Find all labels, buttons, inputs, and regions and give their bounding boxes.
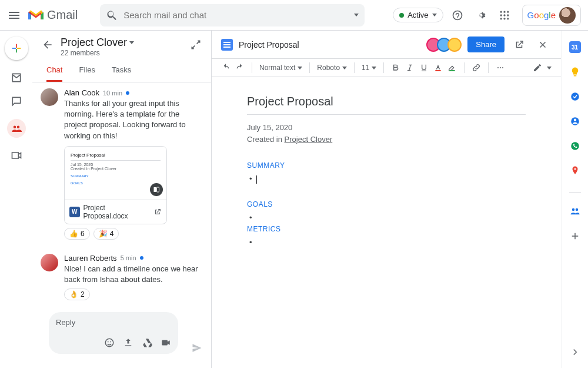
chevron-right-icon[interactable] xyxy=(570,347,580,357)
svg-point-16 xyxy=(108,342,109,343)
svg-point-27 xyxy=(571,142,579,150)
people-addon-icon[interactable] xyxy=(569,205,581,217)
share-button[interactable]: Share xyxy=(467,37,505,52)
chat-icon[interactable] xyxy=(11,95,22,107)
user-avatar[interactable] xyxy=(559,7,576,24)
divider xyxy=(247,114,526,115)
settings-icon[interactable] xyxy=(475,9,487,21)
message-time: 5 min xyxy=(121,254,136,261)
gmail-logo[interactable]: Gmail xyxy=(28,8,78,22)
message-author: Lauren Roberts xyxy=(64,254,117,263)
bold-icon[interactable] xyxy=(391,63,400,72)
back-arrow-icon[interactable] xyxy=(42,39,54,51)
spaces-icon[interactable] xyxy=(7,119,26,138)
svg-point-29 xyxy=(572,208,574,211)
doc-meta: July 15, 2020 Created in Project Clover xyxy=(247,122,526,145)
mail-icon[interactable] xyxy=(11,72,22,84)
open-external-icon[interactable] xyxy=(514,39,524,50)
open-side-icon[interactable] xyxy=(150,183,163,196)
apps-grid-icon[interactable] xyxy=(499,9,510,21)
chat-column: Project Clover 22 members Chat Files Tas… xyxy=(32,31,212,368)
doc-heading: Project Proposal xyxy=(247,95,526,108)
contacts-addon-icon[interactable] xyxy=(569,115,581,127)
doc-section-metrics: METRICS xyxy=(247,225,526,233)
font-select[interactable]: Roboto xyxy=(317,64,347,72)
reaction-chip[interactable]: 🎉4 xyxy=(93,228,119,240)
svg-point-4 xyxy=(507,11,509,12)
search-box[interactable] xyxy=(100,4,365,26)
reactions: 👌2 xyxy=(64,289,203,300)
left-nav xyxy=(0,31,32,368)
open-external-icon[interactable] xyxy=(153,208,162,216)
account-chip[interactable]: Google xyxy=(522,5,581,26)
message-time: 10 min xyxy=(103,89,122,97)
link-icon[interactable] xyxy=(472,63,481,72)
calendar-addon-icon[interactable]: 31 xyxy=(569,41,581,53)
svg-point-8 xyxy=(500,18,502,19)
svg-point-10 xyxy=(507,18,509,19)
size-select[interactable]: 11 xyxy=(362,64,376,72)
text-color-icon[interactable] xyxy=(433,63,443,72)
doc-space-link[interactable]: Project Clover xyxy=(285,135,333,144)
svg-point-5 xyxy=(500,14,502,16)
underline-icon[interactable] xyxy=(419,63,429,72)
svg-point-12 xyxy=(16,126,19,129)
upload-icon[interactable] xyxy=(123,337,133,348)
collaborator-avatars[interactable] xyxy=(430,38,462,52)
maps-addon-icon[interactable] xyxy=(569,165,581,177)
search-input[interactable] xyxy=(123,10,348,20)
message-list: Alan Cook10 min Thanks for all your grea… xyxy=(32,82,211,312)
svg-point-28 xyxy=(574,168,576,170)
send-icon[interactable] xyxy=(191,342,203,354)
keep-addon-icon[interactable] xyxy=(569,66,581,78)
redo-icon[interactable] xyxy=(235,63,245,72)
hamburger-icon[interactable] xyxy=(7,8,21,22)
highlight-icon[interactable] xyxy=(447,63,457,72)
chevron-down-icon xyxy=(432,14,437,16)
space-subtitle: 22 members xyxy=(61,49,134,57)
unread-dot-icon xyxy=(140,256,143,260)
emoji-icon[interactable] xyxy=(104,337,115,348)
collapse-icon[interactable] xyxy=(190,39,202,51)
more-icon[interactable] xyxy=(496,63,505,72)
attachment-filename-bar[interactable]: W Project Proposal.docx xyxy=(65,200,166,224)
compose-button[interactable] xyxy=(5,37,28,60)
meet-icon[interactable] xyxy=(11,150,22,161)
edit-mode-icon[interactable] xyxy=(533,63,542,72)
tab-tasks[interactable]: Tasks xyxy=(112,65,131,82)
undo-icon[interactable] xyxy=(221,63,230,72)
space-title[interactable]: Project Clover xyxy=(61,37,134,49)
svg-point-9 xyxy=(503,18,505,19)
reaction-chip[interactable]: 👍6 xyxy=(64,228,90,240)
svg-point-21 xyxy=(497,67,499,68)
doc-section-summary: SUMMARY xyxy=(247,161,526,170)
svg-point-26 xyxy=(573,119,576,122)
help-icon[interactable] xyxy=(452,9,463,21)
reactions: 👍6 🎉4 xyxy=(64,228,203,240)
document-body[interactable]: Project Proposal July 15, 2020 Created i… xyxy=(212,77,561,368)
attachment-card[interactable]: Project Proposal Jul 15, 2020 Created in… xyxy=(64,146,167,224)
tab-chat[interactable]: Chat xyxy=(46,65,62,82)
reaction-chip[interactable]: 👌2 xyxy=(64,289,90,300)
drive-icon[interactable] xyxy=(142,337,152,348)
italic-icon[interactable] xyxy=(405,63,415,72)
chevron-down-icon[interactable] xyxy=(547,67,552,69)
svg-point-22 xyxy=(500,67,501,68)
style-select[interactable]: Normal text xyxy=(259,64,302,72)
tab-files[interactable]: Files xyxy=(79,65,95,82)
tasks-addon-icon[interactable] xyxy=(569,91,581,102)
svg-point-15 xyxy=(105,339,113,347)
doc-bullet[interactable] xyxy=(256,174,526,184)
meet-chip-icon[interactable] xyxy=(161,337,171,348)
unread-dot-icon xyxy=(126,91,129,95)
voice-addon-icon[interactable] xyxy=(569,140,581,152)
avatar xyxy=(41,254,58,271)
add-addon-icon[interactable] xyxy=(569,230,581,242)
close-icon[interactable] xyxy=(537,39,548,50)
svg-point-3 xyxy=(503,11,505,12)
reply-box[interactable]: Reply xyxy=(49,312,178,354)
svg-rect-18 xyxy=(162,340,168,346)
search-options-icon[interactable] xyxy=(354,14,359,16)
chevron-down-icon xyxy=(129,41,134,44)
status-chip[interactable]: Active xyxy=(393,8,443,22)
